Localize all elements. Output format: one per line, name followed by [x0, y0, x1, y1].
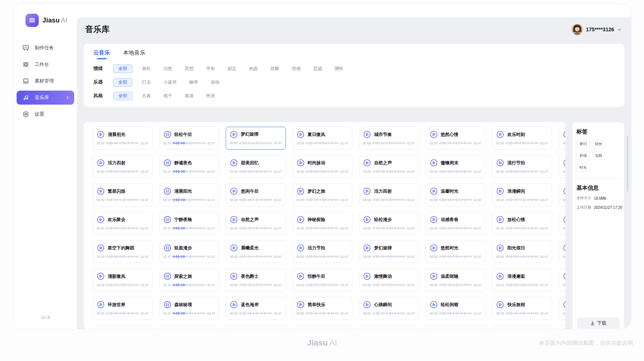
music-card[interactable]: 恬静午后00:0002:47: [292, 269, 353, 291]
music-card[interactable]: 简单快乐00:0002:47: [292, 297, 353, 320]
music-card[interactable]: 欢乐聚会00:0002:47: [93, 212, 153, 235]
tab-1[interactable]: 本地音乐: [123, 49, 145, 59]
play-icon[interactable]: [496, 187, 504, 195]
sidebar-item-0[interactable]: 制作任务: [17, 41, 74, 55]
filter-option[interactable]: 鼓舞: [270, 66, 279, 72]
download-button[interactable]: 下载: [577, 318, 620, 329]
music-card[interactable]: 动感青春00:0002:47: [426, 212, 486, 235]
music-card[interactable]: 流行节拍00:0002:47: [492, 155, 552, 178]
filter-option[interactable]: 钢琴: [189, 79, 198, 85]
music-card[interactable]: 甜美回忆00:0002:47: [226, 155, 286, 178]
scrollbar-thumb[interactable]: [627, 136, 628, 192]
play-icon[interactable]: [563, 159, 565, 167]
play-icon[interactable]: [563, 301, 565, 309]
music-card[interactable]: 宁静夜晚02:4702:47: [159, 212, 219, 235]
pause-icon[interactable]: [163, 187, 172, 195]
play-icon[interactable]: [496, 301, 504, 309]
play-icon[interactable]: [297, 301, 305, 309]
music-card[interactable]: 晨曦柔光00:0002:47: [226, 240, 286, 263]
music-card[interactable]: 漫步云端00:0002:47: [559, 155, 565, 178]
play-icon[interactable]: [230, 187, 238, 195]
play-icon[interactable]: [496, 244, 504, 252]
music-card[interactable]: 探索之旅02:4702:47: [159, 269, 219, 291]
music-card[interactable]: 清晨初光00:0002:47: [93, 127, 153, 150]
play-icon[interactable]: [297, 159, 305, 167]
filter-option-selected[interactable]: 全部: [113, 92, 132, 100]
filter-option[interactable]: 摇滚: [185, 93, 194, 99]
music-card[interactable]: 做不完的梦00:0002:47: [492, 325, 552, 329]
music-card[interactable]: 清晨阳光02:4702:47: [159, 183, 219, 206]
play-icon[interactable]: [297, 244, 305, 252]
play-icon[interactable]: [97, 215, 105, 224]
play-icon[interactable]: [563, 272, 565, 280]
play-icon[interactable]: [230, 215, 238, 224]
music-card[interactable]: 森林秘境02:4702:47: [159, 297, 219, 320]
music-card[interactable]: 温暖阳光00:0002:47: [559, 127, 565, 150]
music-card[interactable]: 梦幻之旅00:0002:47: [292, 183, 353, 206]
pause-icon[interactable]: [163, 159, 172, 167]
music-card[interactable]: 慵懒周末00:0002:47: [426, 155, 486, 178]
filter-option[interactable]: 惆怅: [335, 66, 343, 72]
play-icon[interactable]: [430, 301, 438, 309]
music-card[interactable]: 做不完的梦00:0002:47: [559, 325, 565, 329]
sidebar-item-4[interactable]: 设置: [17, 107, 74, 121]
music-card[interactable]: 轻松闲暇00:0002:47: [426, 297, 486, 320]
play-icon[interactable]: [363, 159, 371, 167]
music-card[interactable]: 静谧夜色02:4702:47: [159, 155, 219, 178]
music-card[interactable]: 梦幻旋律00:0002:47: [359, 240, 419, 263]
tag-chip[interactable]: 梦幻: [577, 140, 590, 148]
music-card[interactable]: 悠然时光00:0002:47: [426, 240, 486, 263]
play-icon[interactable]: [230, 244, 238, 252]
music-card[interactable]: 夏日微风00:0002:47: [292, 127, 353, 150]
music-card[interactable]: 城市节奏00:0002:47: [359, 127, 419, 150]
music-card[interactable]: 蓝色海岸00:0002:47: [226, 297, 286, 320]
play-icon[interactable]: [297, 130, 305, 139]
music-card[interactable]: 星空下的舞蹈00:0002:47: [93, 240, 153, 263]
filter-option[interactable]: 民谣: [206, 93, 215, 99]
music-card[interactable]: 做不完的梦00:0002:47: [426, 325, 486, 329]
music-card[interactable]: 激情舞动00:0002:47: [359, 269, 419, 291]
play-icon[interactable]: [297, 215, 305, 224]
pause-icon[interactable]: [163, 215, 172, 224]
music-card[interactable]: 做不完的梦02:4702:47: [159, 325, 219, 329]
music-card-selected[interactable]: 梦幻旋律00:0002:47: [226, 127, 286, 150]
filter-option[interactable]: 古典: [142, 93, 151, 99]
music-card[interactable]: 活力四射00:0002:47: [93, 155, 153, 178]
music-card[interactable]: 浪漫邂逅00:0002:47: [492, 269, 552, 291]
music-card[interactable]: 神秘探险00:0002:47: [292, 212, 353, 235]
music-card[interactable]: 繁星闪烁00:0002:47: [559, 240, 565, 263]
filter-option[interactable]: 治愈: [163, 66, 172, 72]
play-icon[interactable]: [430, 244, 438, 252]
play-icon[interactable]: [97, 301, 105, 309]
play-icon[interactable]: [97, 187, 105, 195]
play-icon[interactable]: [430, 187, 438, 195]
play-icon[interactable]: [563, 244, 565, 252]
music-card[interactable]: 仿古风情00:0002:47: [559, 212, 565, 235]
pause-icon[interactable]: [163, 244, 172, 252]
user-menu[interactable]: 175****3126: [572, 24, 622, 35]
music-card[interactable]: 清新微风00:0002:47: [93, 269, 153, 291]
play-icon[interactable]: [230, 130, 238, 139]
play-icon[interactable]: [563, 130, 565, 139]
play-icon[interactable]: [496, 272, 504, 280]
play-icon[interactable]: [297, 272, 305, 280]
play-icon[interactable]: [230, 301, 238, 309]
play-icon[interactable]: [97, 130, 105, 139]
music-card[interactable]: 做不完的梦00:0002:47: [226, 325, 286, 329]
play-icon[interactable]: [363, 301, 371, 309]
music-card[interactable]: 都市脉搏00:0002:47: [559, 269, 565, 291]
music-card[interactable]: 温柔呢喃00:0002:47: [426, 269, 486, 291]
play-icon[interactable]: [230, 272, 238, 280]
music-card[interactable]: 自然之声00:0002:47: [359, 155, 419, 178]
music-card[interactable]: 浪漫瞬间00:0002:47: [492, 183, 552, 206]
music-card[interactable]: 阳光假日00:0002:47: [492, 240, 552, 263]
music-card[interactable]: 做不完的梦00:0002:47: [292, 325, 353, 329]
play-icon[interactable]: [363, 130, 371, 139]
music-card[interactable]: 海浪轻拍00:0002:47: [559, 183, 565, 206]
filter-option-selected[interactable]: 全部: [113, 64, 132, 73]
music-card[interactable]: 快乐旅程00:0002:47: [492, 297, 552, 320]
play-icon[interactable]: [430, 215, 438, 224]
filter-option[interactable]: 电子: [163, 93, 172, 99]
sidebar-item-1[interactable]: 工作台: [17, 57, 74, 71]
music-card[interactable]: 夜色爵士00:0002:47: [226, 269, 286, 291]
